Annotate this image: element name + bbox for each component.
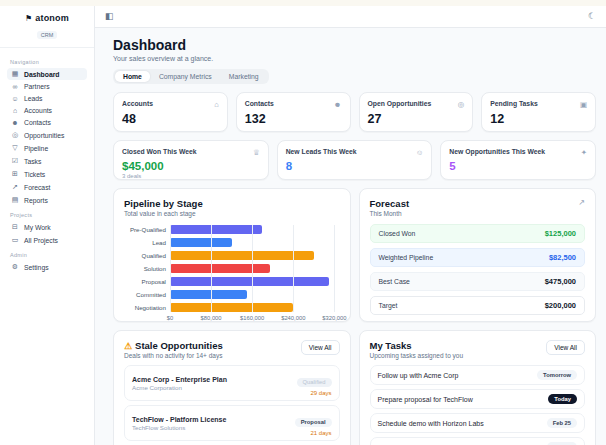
gear-icon: ⚙ bbox=[11, 263, 19, 271]
sidebar-item-all-projects[interactable]: ▭All Projects bbox=[7, 234, 87, 246]
warning-icon: ⚠ bbox=[124, 341, 132, 351]
task-row[interactable]: Review contract terms - PinnacleFeb 27 bbox=[370, 437, 586, 445]
nav-section-label: Navigation bbox=[10, 59, 84, 65]
sidebar-item-tickets[interactable]: ⊞Tickets bbox=[7, 168, 87, 180]
trophy-icon: ♕ bbox=[253, 148, 260, 157]
sidebar-item-contacts[interactable]: ☻Contacts bbox=[7, 117, 87, 128]
forecast-row-best-case: Best Case$475,000 bbox=[370, 272, 586, 291]
chart-gridline bbox=[170, 225, 171, 312]
theme-toggle-icon[interactable]: ☾ bbox=[588, 12, 596, 21]
chart-x-tick: $0 bbox=[167, 315, 173, 321]
chart-category-label: Proposal bbox=[124, 277, 170, 286]
chart-bar-pre-qualified bbox=[170, 225, 262, 234]
sidebar-item-accounts[interactable]: ⌂Accounts bbox=[7, 105, 87, 116]
target-icon: ◎ bbox=[458, 100, 465, 109]
sidebar-item-settings[interactable]: ⚙Settings bbox=[7, 261, 87, 273]
sidebar-item-label: My Work bbox=[24, 224, 51, 231]
sidebar-item-pipeline[interactable]: ▽Pipeline bbox=[7, 142, 87, 154]
chart-bar-committed bbox=[170, 290, 247, 299]
forecast-row-value: $475,000 bbox=[545, 277, 576, 286]
opportunity-company: Acme Corporation bbox=[132, 384, 227, 391]
stale-opportunity-row[interactable]: TechFlow - Platform LicenseTechFlow Solu… bbox=[124, 405, 340, 441]
forecast-row-label: Weighted Pipeline bbox=[379, 254, 434, 261]
forecast-row-value: $82,500 bbox=[549, 253, 576, 262]
task-row[interactable]: Prepare proposal for TechFlowToday bbox=[370, 389, 586, 409]
chart-bar-proposal bbox=[170, 277, 329, 286]
sidebar-item-reports[interactable]: ▤Reports bbox=[7, 194, 87, 206]
task-row[interactable]: Schedule demo with Horizon LabsFeb 25 bbox=[370, 413, 586, 433]
stat-card-open-opportunities: Open Opportunities◎27 bbox=[359, 92, 474, 132]
tasks-title: My Tasks bbox=[370, 340, 464, 351]
week-card-label: Closed Won This Week bbox=[122, 148, 197, 155]
task-due-badge: Today bbox=[548, 394, 577, 404]
forecast-rows: Closed Won$125,000Weighted Pipeline$82,5… bbox=[370, 224, 586, 315]
sidebar-toggle-icon[interactable]: ◧ bbox=[105, 12, 114, 21]
forecast-row-closed-won: Closed Won$125,000 bbox=[370, 224, 586, 243]
sidebar-item-forecast[interactable]: ↗Forecast bbox=[7, 181, 87, 193]
chart-bar-lead bbox=[170, 238, 232, 247]
chart-bar-row bbox=[170, 251, 340, 260]
stage-badge: Qualified bbox=[297, 378, 332, 387]
stale-opportunity-row[interactable]: Acme Corp - Enterprise PlanAcme Corporat… bbox=[124, 365, 340, 401]
app-frame: ⚑ atonom CRM Navigation▦Dashboard∞Partne… bbox=[0, 6, 606, 445]
tab-home[interactable]: Home bbox=[115, 71, 150, 82]
pipeline-panel: Pipeline by Stage Total value in each st… bbox=[113, 188, 351, 322]
forecast-row-target: Target$200,000 bbox=[370, 296, 586, 315]
topbar: ◧ ☾ bbox=[95, 6, 606, 28]
chart-bar-row bbox=[170, 277, 340, 286]
tab-company-metrics[interactable]: Company Metrics bbox=[151, 71, 220, 82]
sidebar-nav: Navigation▦Dashboard∞Partners☺Leads⌂Acco… bbox=[0, 48, 94, 279]
chart-bar-qualified bbox=[170, 251, 314, 260]
sidebar: ⚑ atonom CRM Navigation▦Dashboard∞Partne… bbox=[0, 6, 95, 445]
pipeline-bar-chart: Pre-QualifiedLeadQualifiedSolutionPropos… bbox=[124, 225, 340, 322]
week-card-value: 8 bbox=[286, 160, 424, 172]
clipboard-icon: ▣ bbox=[580, 100, 587, 109]
forecast-panel: Forecast This Month ↗ Closed Won$125,000… bbox=[359, 188, 597, 322]
stat-value: 132 bbox=[245, 112, 342, 126]
logo-block: ⚑ atonom CRM bbox=[0, 6, 94, 48]
tab-bar: HomeCompany MetricsMarketing bbox=[113, 69, 269, 84]
sidebar-item-my-work[interactable]: ⊟My Work bbox=[7, 221, 87, 233]
sparkles-icon: ✦ bbox=[581, 148, 587, 157]
sidebar-item-label: Tickets bbox=[24, 171, 45, 178]
chart-plot-area: $0$80,000$160,000$240,000$320,000 bbox=[170, 225, 340, 322]
chart-bar-row bbox=[170, 225, 340, 234]
check-square-icon: ☑ bbox=[11, 157, 19, 165]
week-card-sub: 3 deals bbox=[122, 173, 260, 179]
forecast-row-weighted-pipeline: Weighted Pipeline$82,500 bbox=[370, 248, 586, 267]
sidebar-item-partners[interactable]: ∞Partners bbox=[7, 81, 87, 92]
tasks-subtitle: Upcoming tasks assigned to you bbox=[370, 352, 464, 359]
content: Dashboard Your sales overview at a glanc… bbox=[95, 28, 606, 445]
chart-category-label: Pre-Qualified bbox=[124, 225, 170, 234]
sidebar-item-label: Reports bbox=[24, 197, 48, 204]
tasks-view-all-button[interactable]: View All bbox=[546, 340, 585, 355]
sidebar-item-dashboard[interactable]: ▦Dashboard bbox=[7, 68, 87, 80]
tab-marketing[interactable]: Marketing bbox=[221, 71, 267, 82]
forecast-subtitle: This Month bbox=[370, 210, 410, 217]
stat-label: Accounts bbox=[122, 100, 153, 107]
users-icon: ☻ bbox=[334, 100, 342, 109]
week-card-new-opportunities-this-week: New Opportunities This Week✦5 bbox=[440, 140, 596, 180]
stat-card-contacts: Contacts☻132 bbox=[236, 92, 351, 132]
task-row[interactable]: Follow up with Acme CorpTomorrow bbox=[370, 365, 586, 385]
nav-section-label: Projects bbox=[10, 212, 84, 218]
building-icon: ⌂ bbox=[11, 107, 19, 114]
sidebar-item-leads[interactable]: ☺Leads bbox=[7, 93, 87, 104]
sidebar-item-label: Settings bbox=[24, 264, 49, 271]
forecast-row-label: Best Case bbox=[379, 278, 410, 285]
chart-category-label: Lead bbox=[124, 238, 170, 247]
stale-title: Stale Opportunities bbox=[135, 340, 223, 351]
logo-icon: ⚑ bbox=[25, 14, 32, 23]
building-icon: ⌂ bbox=[214, 100, 219, 109]
opportunity-title: Acme Corp - Enterprise Plan bbox=[132, 376, 227, 383]
tasks-list: Follow up with Acme CorpTomorrowPrepare … bbox=[370, 365, 586, 445]
stale-view-all-button[interactable]: View All bbox=[301, 340, 340, 355]
sidebar-item-tasks[interactable]: ☑Tasks bbox=[7, 155, 87, 167]
chart-x-tick: $240,000 bbox=[281, 315, 305, 321]
stat-card-pending-tasks: Pending Tasks▣12 bbox=[481, 92, 596, 132]
chart-category-label: Negotiation bbox=[124, 303, 170, 312]
page-title: Dashboard bbox=[113, 37, 596, 53]
chart-bar-row bbox=[170, 264, 340, 273]
file-icon: ▤ bbox=[11, 196, 19, 204]
sidebar-item-opportunities[interactable]: ◎Opportunities bbox=[7, 129, 87, 141]
